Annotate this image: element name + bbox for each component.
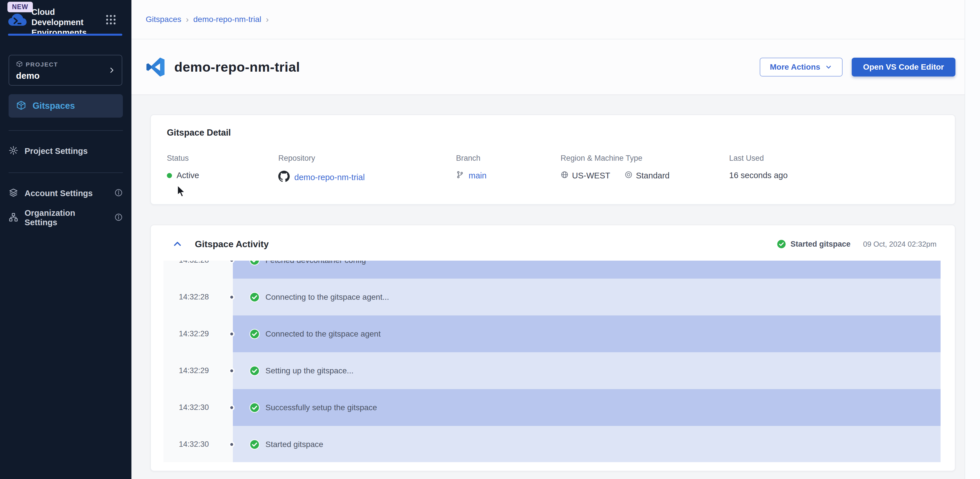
content-area: Gitspace Detail Status Active Repository [131,95,980,479]
breadcrumb-separator: › [186,14,189,24]
latest-event-badge: Started gitspace [777,240,851,249]
gitspace-activity-card: Gitspace Activity Started gitspace 09 Oc… [150,225,955,471]
check-circle-icon [250,292,260,302]
sidebar-item-gitspaces[interactable]: Gitspaces [9,94,123,117]
region-value: US-WEST [572,171,610,181]
scrollbar-track[interactable] [964,0,980,479]
log-message-cell: Started gitspace [233,426,940,462]
globe-icon [561,171,569,181]
check-circle-icon [250,439,260,450]
activity-header: Gitspace Activity Started gitspace 09 Oc… [151,236,940,252]
chevron-right-icon [108,67,115,74]
log-message: Started gitspace [266,440,323,449]
sidebar-item-account-settings[interactable]: Account Settings [0,184,131,202]
field-label: Region & Machine Type [561,154,729,163]
log-message: Connecting to the gitspace agent... [266,293,389,302]
project-name: demo [16,71,115,81]
log-message: Setting up the gitspace... [266,366,353,375]
sidebar-item-organization-settings[interactable]: Organization Settings [0,209,131,227]
log-row: 14:32:29 Connected to the gitspace agent [164,316,940,352]
sidebar-item-label: Account Settings [25,189,92,198]
latest-event-time: 09 Oct, 2024 02:32pm [863,240,937,249]
check-circle-icon [250,366,260,376]
breadcrumb: Gitspaces › demo-repo-nm-trial › [131,0,980,40]
info-icon[interactable] [114,189,123,198]
log-row: 14:32:28 Fetched devcontainer config [164,261,940,279]
project-selector[interactable]: PROJECT demo [9,55,122,86]
log-row: 14:32:30 Successfully setup the gitspace [164,389,940,426]
sidebar: NEW Cloud Development Environments [0,0,131,479]
field-region-machine: Region & Machine Type [561,154,729,184]
detail-card-title: Gitspace Detail [167,128,939,138]
info-icon[interactable] [114,213,123,223]
log-timestamp: 14:32:29 [164,316,233,352]
more-actions-button[interactable]: More Actions [760,58,843,76]
sidebar-accent-line [8,34,122,36]
page-title: demo-repo-nm-trial [174,59,300,75]
latest-event-label: Started gitspace [791,240,851,249]
app-title: Cloud Development Environments [32,7,89,38]
sidebar-divider [9,130,123,131]
project-label: PROJECT [26,61,58,68]
machine-type-value: Standard [636,171,670,181]
main-area: Gitspaces › demo-repo-nm-trial › demo-re… [131,0,980,479]
chevron-up-icon[interactable] [173,239,182,249]
timeline-dot-icon [229,368,235,374]
gitspaces-cube-icon [16,100,26,112]
sidebar-divider [9,173,123,173]
open-vscode-editor-button[interactable]: Open VS Code Editor [852,58,955,76]
sidebar-item-project-settings[interactable]: Project Settings [0,142,131,160]
field-label: Repository [278,154,456,163]
account-layers-icon [9,188,18,199]
chevron-down-icon [825,63,832,71]
field-last-used: Last Used 16 seconds ago [729,154,939,184]
log-message-cell: Setting up the gitspace... [233,352,940,389]
sidebar-header: NEW Cloud Development Environments [0,0,131,42]
vscode-icon [146,57,165,77]
timeline-dot-icon [229,331,235,337]
activity-log[interactable]: 14:32:28 Fetched devcontainer config 14:… [164,261,940,462]
project-cube-icon [16,60,23,68]
status-value: Active [177,171,199,180]
branch-link[interactable]: main [469,171,487,181]
organization-icon [9,213,18,223]
sidebar-item-label: Gitspaces [33,101,75,111]
breadcrumb-gitspaces[interactable]: Gitspaces [146,15,181,24]
field-repository: Repository demo-repo-nm-trial [278,154,456,184]
check-circle-icon [250,329,260,339]
timeline-dot-icon [229,405,235,411]
log-message-cell: Successfully setup the gitspace [233,389,940,426]
field-branch: Branch main [456,154,561,184]
field-label: Last Used [729,154,939,163]
check-circle-icon [250,403,260,413]
app-switcher-grid-icon[interactable] [105,14,116,25]
git-branch-icon [456,171,464,181]
app-window: NEW Cloud Development Environments [0,0,980,479]
github-icon [278,171,290,184]
sidebar-item-label: Organization Settings [25,208,108,227]
gitspace-detail-card: Gitspace Detail Status Active Repository [150,114,955,205]
log-message-cell: Connected to the gitspace agent [233,316,940,352]
check-circle-icon [777,240,786,249]
breadcrumb-separator: › [266,14,269,24]
log-row: 14:32:30 Started gitspace [164,426,940,462]
timeline-dot-icon [229,442,235,447]
new-badge: NEW [8,2,33,12]
log-timestamp: 14:32:29 [164,352,233,389]
log-message: Connected to the gitspace agent [266,330,380,339]
gear-icon [9,146,18,156]
check-circle-icon [250,261,260,265]
breadcrumb-repo[interactable]: demo-repo-nm-trial [193,15,261,24]
log-timestamp: 14:32:30 [164,389,233,426]
page-header: demo-repo-nm-trial More Actions Open VS … [131,40,980,95]
log-timestamp: 14:32:28 [164,279,233,316]
repository-link[interactable]: demo-repo-nm-trial [294,173,365,182]
log-timestamp: 14:32:30 [164,426,233,462]
log-message-cell: Fetched devcontainer config [233,261,940,279]
log-message: Successfully setup the gitspace [266,403,377,412]
last-used-value: 16 seconds ago [729,171,788,180]
log-timestamp: 14:32:28 [164,261,233,279]
log-message-cell: Connecting to the gitspace agent... [233,279,940,316]
activity-title: Gitspace Activity [195,239,269,249]
machine-type-icon [625,171,633,181]
